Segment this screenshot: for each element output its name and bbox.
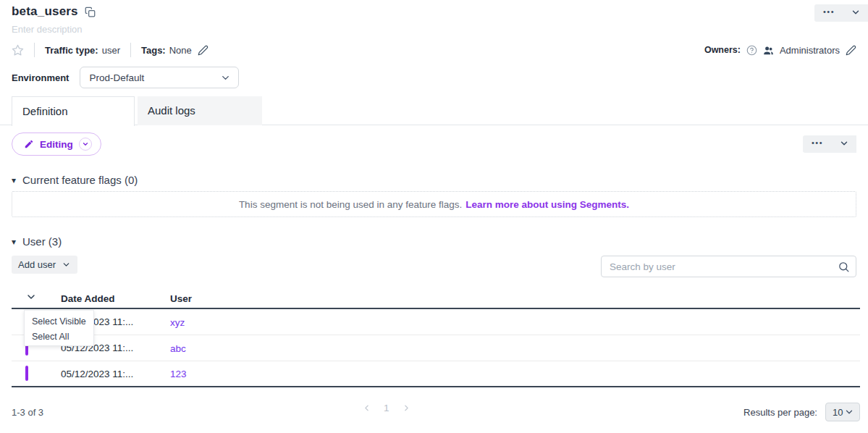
results-per-page-group: Results per page: 10 <box>743 403 860 421</box>
edit-owners-button[interactable] <box>846 45 856 56</box>
environment-label: Environment <box>12 72 69 83</box>
prev-page-icon[interactable] <box>362 403 371 413</box>
divider <box>34 43 35 57</box>
search-icon[interactable] <box>838 261 850 276</box>
owners-help-button[interactable] <box>746 45 757 56</box>
segment-more-actions-button[interactable]: ••• <box>814 4 868 22</box>
results-range: 1-3 of 3 <box>12 407 43 418</box>
page-title: beta_users <box>12 4 78 19</box>
column-header-date-added: Date Added <box>61 293 170 304</box>
star-icon <box>12 44 24 56</box>
menu-item-select-visible[interactable]: Select Visible <box>25 311 93 328</box>
tab-audit-logs[interactable]: Audit logs <box>138 96 262 125</box>
feature-flags-empty-state: This segment is not being used in any fe… <box>12 191 856 217</box>
learn-more-link[interactable]: Learn more about using Segments. <box>465 199 629 210</box>
favorite-star-button[interactable] <box>12 44 24 56</box>
editing-label: Editing <box>40 139 73 150</box>
help-circle-icon <box>746 45 757 56</box>
meta-row: Traffic type: user Tags: None Owners: Ad… <box>12 43 856 57</box>
pagination: 1 <box>362 403 411 413</box>
owners-value: Administrators <box>780 45 840 56</box>
pencil-filled-icon <box>24 139 34 149</box>
segment-detail-page: ••• beta_users Enter description Traffic… <box>0 0 868 433</box>
traffic-type-label: Traffic type: <box>45 45 98 56</box>
collapse-triangle-icon[interactable]: ▾ <box>12 175 16 185</box>
results-per-page-select[interactable]: 10 <box>825 403 860 421</box>
edit-tags-button[interactable] <box>198 45 208 56</box>
feature-flags-section-title: Current feature flags (0) <box>22 174 138 186</box>
user-link[interactable]: xyz <box>170 317 185 328</box>
owners-group: Owners: Administrators <box>704 45 856 56</box>
select-menu-trigger[interactable] <box>25 291 37 303</box>
environment-row: Environment Prod-Default <box>12 67 856 88</box>
chevron-down-icon <box>62 260 71 269</box>
chevron-down-icon <box>79 138 92 151</box>
results-per-page-value: 10 <box>833 407 843 418</box>
cell-date-added: 05/12/2023 11:... <box>61 369 170 379</box>
users-icon <box>763 45 774 56</box>
feature-flags-section-header: ▾ Current feature flags (0) <box>12 174 856 186</box>
traffic-type-value: user <box>102 45 120 56</box>
table-row: 05/12/2023 11:... 123 <box>12 361 860 387</box>
table-header-row: Date Added User <box>12 289 860 309</box>
users-table: Date Added User Select Visible Select Al… <box>12 289 860 387</box>
chevron-down-icon <box>220 72 231 83</box>
tags-value: None <box>169 45 192 56</box>
add-user-label: Add user <box>18 259 56 270</box>
table-footer: 1-3 of 3 1 Results per page: 10 <box>12 401 860 423</box>
add-user-button[interactable]: Add user <box>12 256 77 274</box>
ellipsis-icon: ••• <box>823 8 835 19</box>
chevron-down-icon <box>844 407 854 417</box>
collapse-triangle-icon[interactable]: ▾ <box>12 237 16 247</box>
search-input[interactable] <box>601 256 856 277</box>
search-container <box>601 256 856 277</box>
tags-label: Tags: <box>141 45 166 56</box>
select-dropdown-menu: Select Visible Select All <box>24 310 94 346</box>
title-row: beta_users <box>0 0 868 19</box>
divider <box>130 43 131 57</box>
editing-row: Editing ••• <box>12 133 856 157</box>
user-section-header: ▾ User (3) <box>12 235 856 248</box>
pencil-icon <box>846 45 856 56</box>
environment-value: Prod-Default <box>89 72 144 83</box>
table-row: 05/12/2023 11:... xyz <box>12 309 860 335</box>
user-controls-row: Add user <box>12 256 856 277</box>
chevron-down-icon <box>25 291 37 303</box>
ellipsis-icon: ••• <box>812 139 823 150</box>
user-section-title: User (3) <box>22 235 62 248</box>
page-number[interactable]: 1 <box>384 403 389 413</box>
description-field[interactable]: Enter description <box>12 24 856 35</box>
chevron-down-icon <box>851 7 861 20</box>
tab-bar: Definition Audit logs <box>0 96 868 125</box>
tab-definition[interactable]: Definition <box>12 96 135 126</box>
table-row: 05/12/2023 11:... abc <box>12 335 860 361</box>
next-page-icon[interactable] <box>402 403 411 413</box>
environment-select[interactable]: Prod-Default <box>80 67 239 88</box>
pencil-icon <box>198 45 208 56</box>
menu-item-select-all[interactable]: Select All <box>25 328 93 345</box>
editing-mode-button[interactable]: Editing <box>12 133 101 156</box>
column-header-user: User <box>170 293 860 304</box>
user-link[interactable]: abc <box>170 343 186 354</box>
owners-label: Owners: <box>704 45 741 55</box>
definition-more-actions-button[interactable]: ••• <box>803 135 856 153</box>
chevron-down-icon <box>839 138 849 151</box>
copy-icon <box>85 7 96 17</box>
copy-name-button[interactable] <box>85 7 96 17</box>
empty-state-message: This segment is not being used in any fe… <box>239 199 462 210</box>
row-checkbox[interactable] <box>25 366 28 381</box>
results-per-page-label: Results per page: <box>743 407 817 418</box>
user-link[interactable]: 123 <box>170 369 187 379</box>
